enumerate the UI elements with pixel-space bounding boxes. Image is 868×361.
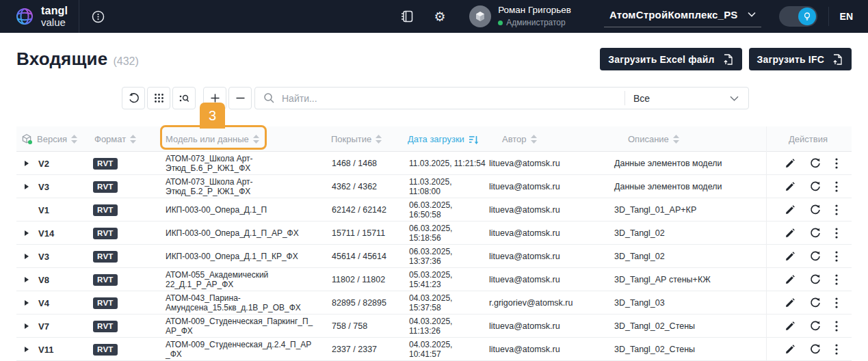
expand-row-icon[interactable]: [25, 184, 29, 189]
header-actions: Действия: [766, 126, 852, 152]
table-row[interactable]: V7 RVT АТОМ-009_Студенческая_Паркинг_П_А…: [16, 315, 852, 338]
version-cell: V2: [37, 159, 88, 169]
sync-icon[interactable]: [810, 181, 821, 192]
format-badge: RVT: [93, 228, 118, 239]
upload-date-cell: 11.03.2025, 11:08:00: [401, 177, 482, 196]
expand-row-icon[interactable]: [25, 230, 29, 236]
sync-icon[interactable]: [810, 228, 821, 239]
table-row[interactable]: V2 RVT АТОМ-073_Школа Арт-Этюд_Б.6_Р_КЖ1…: [16, 152, 852, 175]
edit-icon[interactable]: [785, 158, 795, 169]
version-cell: V4: [37, 298, 88, 308]
table-row[interactable]: V3 RVT ИКП-003-00_Опера_Д.1_П_КР_ФХ 4561…: [16, 245, 852, 268]
header-version[interactable]: Версия: [37, 134, 88, 144]
sync-icon[interactable]: [810, 204, 821, 215]
edit-icon[interactable]: [785, 344, 795, 355]
header-model[interactable]: Модель или данные: [159, 134, 324, 144]
grid-view-button[interactable]: [147, 87, 170, 109]
edit-icon[interactable]: [785, 274, 795, 285]
edit-icon[interactable]: [785, 228, 795, 239]
upload-date-cell: 06.03.2025, 15:18:56: [401, 224, 482, 243]
edit-icon[interactable]: [785, 251, 795, 262]
author-cell: litueva@atomsk.ru: [482, 182, 607, 191]
search-input[interactable]: [282, 93, 624, 104]
expand-row-icon[interactable]: [25, 277, 29, 282]
settings-gear-icon[interactable]: ⚙: [431, 8, 449, 25]
author-cell: litueva@atomsk.ru: [482, 321, 607, 331]
sync-icon[interactable]: [810, 158, 821, 169]
zoom-out-button[interactable]: [228, 87, 252, 109]
sync-icon[interactable]: [810, 321, 821, 332]
kebab-menu-icon[interactable]: [835, 204, 838, 215]
kebab-menu-icon[interactable]: [835, 158, 838, 169]
author-cell: litueva@atomsk.ru: [482, 345, 607, 354]
header-coverage[interactable]: Покрытие: [324, 134, 401, 144]
sync-icon[interactable]: [810, 274, 821, 285]
table-row[interactable]: V4 RVT АТОМ-043_Парина-Амундсена_15.5кв_…: [16, 291, 852, 315]
app-logo[interactable]: tangl value: [14, 5, 68, 27]
coverage-cell: 11802 / 11802: [324, 275, 401, 284]
globe-logo-icon: [14, 5, 36, 27]
kebab-menu-icon[interactable]: [835, 274, 838, 285]
user-avatar[interactable]: [469, 5, 491, 27]
search-in-list-button[interactable]: [172, 87, 196, 109]
refresh-button[interactable]: [122, 87, 145, 109]
kebab-menu-icon[interactable]: [835, 181, 838, 192]
edit-icon[interactable]: [785, 297, 795, 308]
upload-ifc-button[interactable]: Загрузить IFC: [749, 48, 852, 70]
table-row[interactable]: V3 RVT АТОМ-073_Школа Арт-Этюд_Б.2_Р_КЖ1…: [16, 175, 852, 198]
kebab-menu-icon[interactable]: [835, 344, 838, 355]
sync-icon[interactable]: [810, 251, 821, 262]
model-cell: АТОМ-055_Академический 22_Д.1_Р_АР_ФХ: [159, 269, 324, 291]
header-format[interactable]: Формат: [88, 134, 159, 144]
sync-icon[interactable]: [810, 344, 821, 355]
upload-excel-button[interactable]: Загрузить Excel файл: [600, 48, 741, 70]
sort-icon: [673, 135, 679, 144]
sort-icon: [71, 135, 77, 144]
format-cell: RVT: [88, 228, 159, 239]
format-cell: RVT: [88, 251, 159, 263]
theme-toggle[interactable]: [779, 6, 817, 27]
model-cell: АТОМ-073_Школа Арт-Этюд_Б.6_Р_КЖ1_ФХ: [159, 152, 324, 174]
expand-row-icon[interactable]: [25, 161, 29, 166]
actions-cell: [766, 222, 852, 245]
header-description[interactable]: Описание: [607, 134, 766, 144]
items-count: (432): [113, 55, 138, 68]
header-author[interactable]: Автор: [482, 134, 607, 144]
version-cell: V1: [37, 205, 88, 215]
company-dropdown[interactable]: АтомСтройКомплекс_PS: [604, 6, 761, 27]
language-switch[interactable]: EN: [828, 7, 853, 26]
table-row[interactable]: V11 RVT АТОМ-009_Студенческая_д.2.4_П_АР…: [16, 338, 852, 361]
table-row[interactable]: V8 RVT АТОМ-055_Академический 22_Д.1_Р_А…: [16, 268, 852, 291]
expand-row-icon[interactable]: [25, 300, 29, 306]
info-icon[interactable]: [89, 8, 107, 25]
author-cell: litueva@atomsk.ru: [482, 159, 607, 168]
journal-panel-icon[interactable]: [398, 8, 416, 25]
expand-row-icon[interactable]: [25, 347, 29, 352]
description-cell: 3D_Tangl_АР стены+КЖ: [607, 275, 766, 284]
version-cell: V11: [37, 345, 88, 355]
expand-row-icon[interactable]: [25, 254, 29, 259]
model-cell: АТОМ-009_Студенческая_д.2.4_П_АР_ФХ: [159, 338, 324, 360]
actions-cell: [766, 338, 852, 361]
kebab-menu-icon[interactable]: [835, 297, 838, 308]
sync-icon[interactable]: [810, 297, 821, 308]
table-row[interactable]: V14 RVT ИКП-003-00_Опера_Д.1_П_АР_ФХ 157…: [16, 222, 852, 245]
table-row[interactable]: V1 RVT ИКП-003-00_Опера_Д.1_П 62142 / 62…: [16, 198, 852, 222]
expand-row-icon[interactable]: [25, 323, 29, 329]
actions-cell: [766, 152, 852, 175]
edit-icon[interactable]: [785, 181, 795, 192]
coverage-cell: 1468 / 1468: [324, 159, 401, 168]
kebab-menu-icon[interactable]: [835, 251, 838, 262]
actions-cell: [766, 315, 852, 338]
filter-dropdown[interactable]: Все: [625, 93, 748, 104]
search-bar: Все: [254, 87, 749, 109]
description-cell: 3D_Tangl_02: [607, 228, 766, 238]
header-upload-date[interactable]: Дата загрузки: [401, 134, 482, 144]
edit-icon[interactable]: [785, 204, 795, 215]
version-cell: V3: [37, 182, 88, 192]
edit-icon[interactable]: [785, 321, 795, 332]
sort-icon: [253, 135, 259, 144]
kebab-menu-icon[interactable]: [835, 228, 838, 239]
kebab-menu-icon[interactable]: [835, 321, 838, 332]
user-info[interactable]: Роман Григорьев Администратор: [498, 5, 571, 28]
